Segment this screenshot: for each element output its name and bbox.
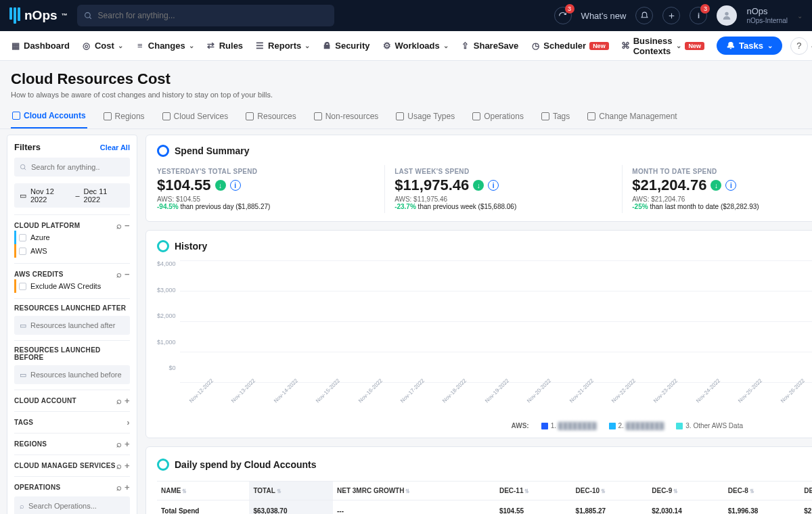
tab-tags[interactable]: Tags (540, 105, 571, 128)
nav-cost[interactable]: ◎Cost⌄ (82, 41, 123, 51)
plus-icon[interactable]: + (125, 396, 130, 406)
plus-icon[interactable]: + (125, 461, 130, 471)
tab-change-management[interactable]: Change Management (586, 105, 678, 128)
whats-new-link[interactable]: What's new (581, 11, 627, 21)
lock-icon: 🔒︎ (322, 41, 332, 51)
col-dec-11[interactable]: DEC-11⇅ (495, 482, 572, 500)
plus-icon[interactable]: + (125, 482, 130, 492)
tab-non-resources[interactable]: Non-resources (313, 105, 380, 128)
minus-icon[interactable]: − (125, 269, 130, 279)
filter-section-tags[interactable]: TAGS (14, 419, 33, 426)
nav-rules[interactable]: ⇄Rules (206, 41, 243, 51)
platform-aws[interactable]: AWS (14, 244, 130, 258)
tab-operations[interactable]: Operations (471, 105, 525, 128)
nav-workloads[interactable]: ⚙︎Workloads⌄ (382, 41, 449, 51)
global-search[interactable] (77, 5, 334, 26)
brand-logo[interactable]: nOps ™ (9, 7, 68, 24)
filter-section-managed-services[interactable]: CLOUD MANAGED SERVICES (14, 462, 116, 469)
chevron-down-icon[interactable]: ⌄ (797, 12, 803, 20)
info-icon[interactable]: i (488, 180, 499, 191)
col-total[interactable]: TOTAL⇅ (249, 482, 333, 500)
tasks-button[interactable]: 🔔︎Tasks⌄ (717, 37, 782, 55)
metric-mtd: MONTH TO DATE SPEND $21,204.76↓i AWS: $2… (623, 165, 812, 213)
chart-legend: AWS: 1. ████████ 2. ████████ 3. Other AW… (157, 422, 812, 429)
topbar: nOps ™ 3 What's new i 3 nOps nOps-Intern… (0, 0, 812, 31)
tab-icon (314, 112, 322, 120)
help-icon[interactable]: ?⌄ (790, 37, 808, 55)
search-icon[interactable]: ⌕ (116, 396, 122, 406)
global-search-input[interactable] (98, 11, 328, 20)
launched-after-input[interactable]: ▭ (14, 316, 130, 335)
date-from: Nov 12 2022 (30, 187, 71, 204)
col-dec-8[interactable]: DEC-8⇅ (724, 482, 800, 500)
avatar[interactable] (717, 5, 737, 26)
col-name[interactable]: NAME⇅ (157, 482, 249, 500)
tab-icon (104, 112, 112, 120)
svg-line-6 (24, 168, 26, 169)
platform-azure[interactable]: Azure (14, 231, 130, 244)
info-icon[interactable]: i (725, 180, 736, 191)
chevron-down-icon: ⌄ (189, 42, 194, 49)
tab-usage-types[interactable]: Usage Types (394, 105, 456, 128)
col-net3mrc[interactable]: NET 3MRC GROWTH⇅ (333, 482, 495, 500)
svg-point-4 (725, 12, 729, 16)
exclude-aws-credits[interactable]: Exclude AWS Credits (14, 279, 130, 293)
plus-icon[interactable]: + (125, 439, 130, 449)
new-badge: New (685, 42, 704, 50)
col-dec-10[interactable]: DEC-10⇅ (572, 482, 648, 500)
tab-resources[interactable]: Resources (244, 105, 297, 128)
nav-sharesave[interactable]: ⇪ShareSave (461, 41, 519, 51)
filters-search-input[interactable] (31, 163, 125, 171)
chevron-right-icon[interactable]: › (127, 417, 130, 427)
bell-icon[interactable] (635, 7, 653, 24)
chevron-down-icon: ⌄ (443, 42, 449, 49)
svg-point-5 (20, 164, 24, 168)
dollar-icon (157, 145, 169, 157)
search-icon[interactable]: ⌕ (116, 439, 122, 449)
brand-name: nOps (24, 8, 58, 23)
table-row[interactable]: Total Spend $63,038.70 --- $104.55 $1,88… (157, 500, 812, 514)
operations-search[interactable]: ⌕ (14, 496, 130, 514)
search-icon[interactable]: ⌕ (116, 269, 122, 279)
tab-cloud-services[interactable]: Cloud Services (161, 105, 230, 128)
spend-summary-card: Spend Summary + Create New Chargeback YE… (145, 135, 812, 222)
date-range[interactable]: ▭ Nov 12 2022 – Dec 11 2022 (14, 183, 130, 208)
topbar-right: 3 What's new i 3 nOps nOps-Internal ⌄ (554, 5, 803, 26)
col-dec-7[interactable]: DEC-7⇅ (800, 482, 812, 500)
nav-reports[interactable]: ☰Reports⌄ (255, 41, 310, 51)
filters-search[interactable] (14, 158, 130, 177)
filter-section-aws-credits: AWS CREDITS (14, 271, 64, 278)
user-menu[interactable]: nOps nOps-Internal (746, 7, 788, 24)
search-icon[interactable]: ⌕ (116, 220, 122, 231)
clear-all-link[interactable]: Clear All (100, 143, 130, 151)
tab-regions[interactable]: Regions (102, 105, 146, 128)
nav-security[interactable]: 🔒︎Security (322, 41, 369, 51)
doc-icon: ☰ (255, 41, 265, 51)
info-icon[interactable]: i 3 (690, 7, 707, 24)
info-icon[interactable]: i (230, 180, 241, 191)
filter-section-cloud-account[interactable]: CLOUD ACCOUNT (14, 397, 76, 404)
nav-dashboard[interactable]: ▦Dashboard (11, 41, 70, 51)
refresh-icon[interactable]: 3 (554, 7, 572, 24)
user-org: nOps-Internal (746, 17, 788, 24)
add-icon[interactable] (662, 7, 680, 24)
checkbox[interactable] (19, 283, 26, 290)
new-badge: New (589, 42, 609, 50)
tab-icon (396, 112, 404, 120)
checkbox[interactable] (19, 234, 26, 241)
cluster-icon: ⌘ (621, 41, 630, 51)
tab-cloud-accounts[interactable]: Cloud Accounts (11, 104, 87, 128)
nav-scheduler[interactable]: ◷SchedulerNew (531, 41, 608, 51)
launched-before-input[interactable]: ▭ (14, 365, 130, 384)
history-chart: $4,000$3,000$2,000$1,000$0 (157, 260, 812, 396)
checkbox[interactable] (19, 248, 26, 255)
col-dec-9[interactable]: DEC-9⇅ (648, 482, 724, 500)
nav-changes[interactable]: ≡Changes⌄ (135, 41, 194, 51)
rules-icon: ⇄ (206, 41, 216, 51)
nav-business-contexts[interactable]: ⌘Business Contexts⌄New (621, 36, 704, 56)
filter-section-operations[interactable]: OPERATIONS (14, 484, 60, 491)
search-icon[interactable]: ⌕ (116, 461, 122, 471)
filter-section-regions[interactable]: REGIONS (14, 440, 47, 448)
search-icon[interactable]: ⌕ (116, 482, 122, 492)
minus-icon[interactable]: − (125, 220, 130, 231)
